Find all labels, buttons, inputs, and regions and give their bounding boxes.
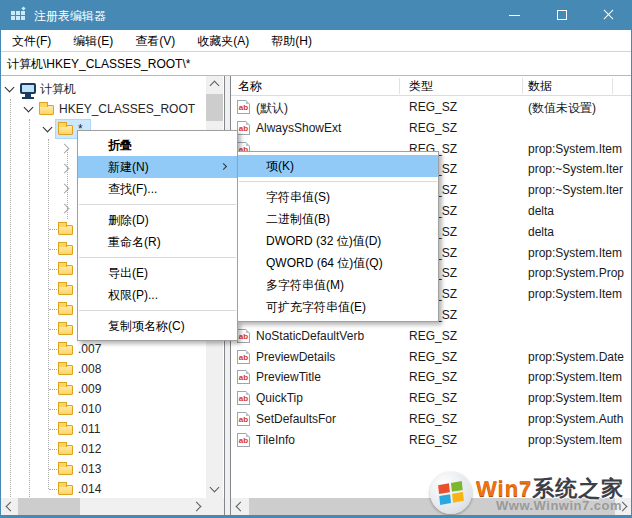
menubar-item-edit[interactable]: 编辑(E) [62,30,124,52]
folder-icon [58,281,74,297]
scroll-down-icon[interactable] [210,483,220,493]
submenu-item-dword-value[interactable]: DWORD (32 位)值(D) [238,230,438,252]
reg-sz-icon: ab [237,433,250,447]
tree-guide-stub [49,229,57,230]
tree-guide-stub [49,349,57,350]
context-menu-item-rename[interactable]: 重命名(R) [78,231,237,253]
context-menu-item-copy-key-name[interactable]: 复制项名称(C) [78,315,237,337]
menubar-item-favorites[interactable]: 收藏夹(A) [186,30,260,52]
chevron-right-icon[interactable] [60,164,70,174]
tree-item-key-011[interactable]: .011 [1,419,224,439]
value-row-PreviewDetails[interactable]: abPreviewDetailsREG_SZprop:System.Date [231,347,631,367]
tree-hscroll-thumb[interactable] [18,498,80,515]
value-row-AlwaysShowExt[interactable]: abAlwaysShowExtREG_SZ [231,118,631,138]
value-row-SetDefaultsFor[interactable]: abSetDefaultsForREG_SZprop:System.Auth [231,409,631,429]
computer-icon [20,81,36,97]
folder-icon [58,461,74,477]
scroll-left-icon[interactable] [6,502,16,512]
value-row-NoStaticDefaultVerb[interactable]: abNoStaticDefaultVerbREG_SZ [231,326,631,346]
tree-guide-stub [49,289,57,290]
folder-icon [58,381,74,397]
value-data: delta [528,225,554,239]
tree-item-label: .012 [75,441,104,457]
value-name: TileInfo [256,433,295,447]
context-menu-item-new[interactable]: 新建(N) [78,156,237,178]
tree-item-key-012[interactable]: .012 [1,439,224,459]
tree-item-key-009[interactable]: .009 [1,379,224,399]
tree-item-key-010[interactable]: .010 [1,399,224,419]
scroll-left-icon[interactable] [236,502,246,512]
tree-item-key-013[interactable]: .013 [1,459,224,479]
column-header-type[interactable]: 类型 [409,78,433,94]
value-data: prop:System.Date [528,350,624,364]
submenu-item-key[interactable]: 项(K) [238,155,438,177]
value-type: REG_SZ [409,391,457,405]
chevron-down-icon[interactable] [24,103,34,113]
value-type: REG_SZ [409,100,457,114]
folder-icon [58,361,74,377]
close-button[interactable] [585,0,632,30]
tree-item-hkey-classes-root[interactable]: HKEY_CLASSES_ROOT [1,99,224,119]
value-type: REG_SZ [409,433,457,447]
folder-icon [58,341,74,357]
menu-bar: 文件(F)编辑(E)查看(V)收藏夹(A)帮助(H) [1,30,631,52]
scroll-right-icon[interactable] [192,502,202,512]
submenu-item-expandable-string-value[interactable]: 可扩充字符串值(E) [238,296,438,318]
chevron-down-icon[interactable] [43,123,53,133]
menubar-item-help[interactable]: 帮助(H) [260,30,323,52]
column-separator[interactable] [399,78,400,94]
address-bar[interactable]: 计算机\HKEY_CLASSES_ROOT\* [1,53,631,76]
menu-separator [79,257,236,258]
submenu-item-binary-value[interactable]: 二进制值(B) [238,208,438,230]
context-menu-item-find[interactable]: 查找(F)... [78,178,237,200]
reg-sz-icon: ab [237,350,250,364]
maximize-button[interactable] [538,0,585,30]
tree-guide-stub [49,489,57,490]
tree-item-key-008[interactable]: .008 [1,359,224,379]
value-row-QuickTip[interactable]: abQuickTipREG_SZprop:System.Item [231,388,631,408]
minimize-icon [509,15,520,16]
value-type: REG_SZ [409,329,457,343]
menubar-item-view[interactable]: 查看(V) [124,30,186,52]
reg-sz-icon: ab [237,370,250,384]
chevron-down-icon[interactable] [5,83,15,93]
column-header-data[interactable]: 数据 [528,78,552,94]
submenu-item-string-value[interactable]: 字符串值(S) [238,186,438,208]
column-separator[interactable] [522,78,523,94]
value-row-PreviewTitle[interactable]: abPreviewTitleREG_SZprop:System.Item [231,367,631,387]
context-menu-item-permissions[interactable]: 权限(P)... [78,284,237,306]
submenu-item-multi-string-value[interactable]: 多字符串值(M) [238,274,438,296]
tree-guide-stub [49,249,57,250]
regedit-app-icon [10,7,26,23]
context-menu-item-collapse[interactable]: 折叠 [78,134,237,156]
chevron-right-icon[interactable] [60,184,70,194]
tree-guide-stub [49,389,57,390]
value-data: prop:System.Item [528,370,622,384]
window-title: 注册表编辑器 [34,8,106,25]
tree-item-computer[interactable]: 计算机 [1,79,224,99]
reg-sz-icon: ab [237,329,250,343]
tree-vscroll-thumb[interactable] [206,94,223,121]
column-separator[interactable] [612,78,613,94]
tree-horizontal-scrollbar[interactable] [1,498,224,515]
new-submenu: 项(K)字符串值(S)二进制值(B)DWORD (32 位)值(D)QWORD … [237,151,439,322]
menubar-item-file[interactable]: 文件(F) [1,30,62,52]
submenu-item-qword-value[interactable]: QWORD (64 位)值(Q) [238,252,438,274]
context-menu-item-delete[interactable]: 删除(D) [78,209,237,231]
chevron-right-icon[interactable] [60,144,70,154]
tree-guide-stub [49,329,57,330]
value-name: PreviewTitle [256,370,321,384]
scroll-up-icon[interactable] [210,81,220,91]
context-menu: 折叠新建(N)查找(F)...删除(D)重命名(R)导出(E)权限(P)...复… [77,130,238,341]
chevron-right-icon[interactable] [60,204,70,214]
value-data: prop:System.Item [528,287,622,301]
tree-item-label: HKEY_CLASSES_ROOT [56,101,198,117]
value-row-TileInfo[interactable]: abTileInfoREG_SZprop:System.Item [231,430,631,450]
minimize-button[interactable] [491,0,538,30]
context-menu-item-export[interactable]: 导出(E) [78,262,237,284]
tree-item-key-014[interactable]: .014 [1,479,224,499]
column-header-name[interactable]: 名称 [238,78,262,94]
value-row-(默认)[interactable]: ab(默认)REG_SZ(数值未设置) [231,97,631,117]
tree-guide-stub [49,409,57,410]
tree-item-key-007[interactable]: .007 [1,339,224,359]
